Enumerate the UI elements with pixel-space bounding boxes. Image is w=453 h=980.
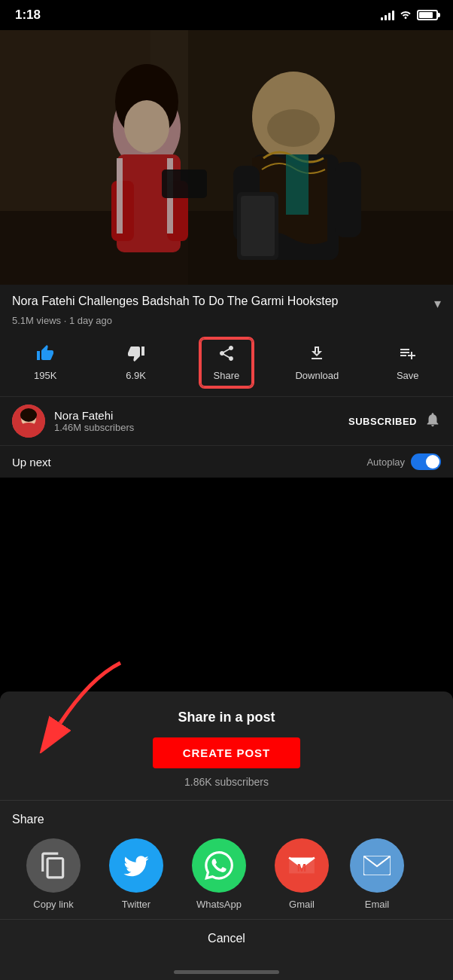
video-thumbnail[interactable] (0, 30, 453, 285)
dropdown-arrow-icon[interactable]: ▾ (434, 295, 441, 312)
share-section: Share Copy link Twitter (0, 801, 453, 919)
subscriber-count: 1.86K subscribers (12, 776, 441, 788)
gmail-label: Gmail (289, 899, 315, 910)
bottom-sheet: Share in a post CREATE POST 1.86K subscr… (0, 691, 453, 980)
battery-icon (417, 10, 438, 20)
up-next-label: Up next (12, 456, 51, 469)
video-title: Nora Fatehi Challenges Badshah To Do The… (12, 294, 428, 310)
status-icons (381, 8, 438, 22)
like-button[interactable]: 195K (19, 344, 71, 381)
download-label: Download (295, 370, 339, 381)
svg-rect-22 (0, 30, 453, 285)
home-indicator (0, 957, 453, 980)
share-post-section: Share in a post CREATE POST 1.86K subscr… (0, 691, 453, 801)
share-icons-row: Copy link Twitter WhatsApp (12, 838, 441, 910)
gmail-circle: M (275, 838, 329, 893)
status-bar: 1:18 (0, 0, 453, 30)
svg-text:M: M (297, 862, 306, 874)
download-icon (308, 344, 326, 367)
copy-link-label: Copy link (33, 899, 73, 910)
channel-info: Nora Fatehi 1.46M subscribers (54, 409, 348, 433)
download-button[interactable]: Download (290, 344, 343, 381)
twitter-circle (109, 838, 163, 893)
share-item-gmail[interactable]: M Gmail (260, 838, 343, 910)
share-button[interactable]: Share (200, 338, 253, 387)
svg-point-25 (20, 408, 37, 422)
share-post-title: Share in a post (12, 710, 441, 725)
save-label: Save (397, 370, 419, 381)
dislike-count: 6.9K (126, 370, 146, 381)
autoplay-label: Autoplay (366, 456, 405, 468)
video-info: Nora Fatehi Challenges Badshah To Do The… (0, 285, 453, 332)
create-post-button[interactable]: CREATE POST (153, 737, 301, 768)
home-bar (174, 970, 279, 974)
like-icon (36, 344, 54, 367)
wifi-icon (399, 8, 412, 22)
status-time: 1:18 (15, 8, 41, 23)
channel-avatar[interactable] (12, 405, 45, 438)
bell-icon[interactable] (424, 411, 441, 432)
subscribed-label[interactable]: SUBSCRIBED (348, 416, 417, 427)
channel-name: Nora Fatehi (54, 409, 348, 422)
autoplay-toggle[interactable] (411, 453, 441, 470)
twitter-label: Twitter (122, 899, 150, 910)
video-meta: 5.1M views · 1 day ago (12, 315, 441, 326)
cancel-label: Cancel (208, 932, 245, 945)
save-button[interactable]: Save (382, 344, 434, 381)
share-section-label: Share (12, 813, 441, 826)
save-icon (399, 344, 417, 367)
share-item-email[interactable]: Email (343, 838, 411, 910)
up-next-bar: Up next Autoplay (0, 445, 453, 478)
channel-subscribers: 1.46M subscribers (54, 422, 348, 433)
dislike-button[interactable]: 6.9K (110, 344, 163, 381)
whatsapp-circle (192, 838, 246, 893)
svg-point-26 (18, 423, 39, 438)
share-item-copy-link[interactable]: Copy link (12, 838, 95, 910)
email-circle (350, 838, 404, 893)
whatsapp-label: WhatsApp (196, 899, 242, 910)
share-icon (217, 344, 236, 367)
channel-row: Nora Fatehi 1.46M subscribers SUBSCRIBED (0, 396, 453, 445)
share-item-twitter[interactable]: Twitter (95, 838, 178, 910)
cancel-bar[interactable]: Cancel (0, 919, 453, 957)
email-label: Email (365, 899, 390, 910)
signal-icon (381, 10, 394, 20)
copy-link-circle (26, 838, 81, 893)
action-bar: 195K 6.9K Share Download Sav (0, 332, 453, 396)
like-count: 195K (34, 370, 56, 381)
share-item-whatsapp[interactable]: WhatsApp (178, 838, 260, 910)
share-label: Share (214, 370, 240, 381)
dislike-icon (127, 344, 145, 367)
